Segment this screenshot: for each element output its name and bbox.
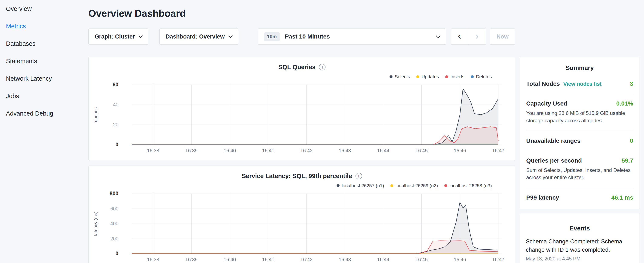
- svg-text:200: 200: [110, 236, 118, 241]
- svg-text:16:43: 16:43: [339, 148, 351, 153]
- svg-text:400: 400: [110, 221, 118, 226]
- summary-panel: Summary Total Nodes View nodes list 3 Ca…: [520, 57, 640, 209]
- svg-text:16:46: 16:46: [454, 257, 466, 262]
- svg-text:16:39: 16:39: [186, 257, 198, 262]
- legend-dot: [390, 75, 392, 78]
- view-nodes-list-link[interactable]: View nodes list: [563, 81, 602, 87]
- sql-queries-chart[interactable]: 16:3816:3916:4016:4116:4216:4316:4416:45…: [89, 83, 515, 157]
- svg-text:16:40: 16:40: [224, 148, 236, 153]
- svg-text:16:41: 16:41: [262, 148, 274, 153]
- legend-dot: [336, 184, 340, 187]
- svg-text:16:46: 16:46: [454, 148, 466, 153]
- legend-dot: [445, 75, 448, 78]
- graph-scope-dropdown[interactable]: Graph: Cluster: [88, 29, 148, 45]
- sidebar-item-databases[interactable]: Databases: [0, 35, 88, 52]
- events-panel: Events Schema Change Completed: Schema c…: [520, 213, 640, 263]
- legend-label: Deletes: [476, 74, 492, 80]
- events-title: Events: [526, 218, 634, 234]
- svg-text:16:42: 16:42: [300, 257, 313, 262]
- service-latency-chart[interactable]: 16:3816:3916:4016:4116:4216:4316:4416:45…: [89, 191, 515, 263]
- svg-text:latency (ms): latency (ms): [93, 211, 98, 236]
- now-button[interactable]: Now: [490, 29, 515, 45]
- svg-text:16:44: 16:44: [377, 257, 390, 262]
- svg-text:16:39: 16:39: [186, 148, 198, 153]
- event-item[interactable]: Schema Change Completed: Schema change w…: [526, 237, 634, 262]
- svg-text:16:38: 16:38: [147, 148, 159, 153]
- chart-title-service-latency: Service Latency: SQL, 99th percentile: [242, 173, 352, 180]
- chart-title-sql-queries: SQL Queries: [278, 64, 316, 71]
- sql-queries-legend: SelectsUpdatesInsertsDeletes: [89, 74, 515, 80]
- next-time-window-button[interactable]: ›: [468, 29, 486, 45]
- legend-item-updates[interactable]: Updates: [416, 74, 439, 80]
- legend-dot: [390, 184, 393, 187]
- legend-dot: [444, 184, 447, 187]
- svg-text:16:40: 16:40: [224, 257, 236, 262]
- legend-item-localhost-26258-n3-[interactable]: localhost:26258 (n3): [444, 183, 492, 188]
- right-column: Summary Total Nodes View nodes list 3 Ca…: [520, 57, 640, 263]
- legend-label: Inserts: [450, 74, 464, 80]
- sidebar-item-network-latency[interactable]: Network Latency: [0, 70, 88, 87]
- sidebar-item-jobs[interactable]: Jobs: [0, 87, 88, 105]
- main-content: Overview Dashboard Graph: Cluster Dashbo…: [88, 0, 644, 263]
- svg-text:16:43: 16:43: [339, 257, 351, 262]
- svg-text:16:41: 16:41: [262, 257, 274, 262]
- dashboard-label: Dashboard: Overview: [166, 34, 225, 40]
- legend-label: Updates: [422, 74, 439, 80]
- summary-row-total-nodes: Total Nodes View nodes list 3: [526, 74, 634, 94]
- summary-row-unavailable-ranges: Unavailable ranges 0: [526, 131, 634, 151]
- time-range-dropdown[interactable]: 10m Past 10 Minutes: [258, 29, 446, 45]
- svg-text:16:47: 16:47: [492, 257, 504, 262]
- svg-text:40: 40: [113, 102, 118, 107]
- queries-per-second-label: Queries per second: [526, 157, 582, 164]
- svg-text:16:38: 16:38: [147, 257, 159, 262]
- unavailable-ranges-label: Unavailable ranges: [526, 137, 580, 144]
- previous-time-window-button[interactable]: ‹: [451, 29, 468, 45]
- capacity-used-description: You are using 28.6 MiB of 515.9 GiB usab…: [526, 110, 633, 124]
- svg-text:16:47: 16:47: [492, 148, 504, 153]
- sidebar-item-advanced-debug[interactable]: Advanced Debug: [0, 105, 88, 122]
- legend-item-inserts[interactable]: Inserts: [445, 74, 464, 80]
- sidebar-item-statements[interactable]: Statements: [0, 52, 88, 70]
- graph-scope-label: Graph: Cluster: [94, 34, 135, 40]
- page-title: Overview Dashboard: [88, 8, 644, 19]
- legend-item-deletes[interactable]: Deletes: [471, 74, 492, 80]
- chevron-down-icon: [436, 34, 440, 38]
- unavailable-ranges-value: 0: [630, 137, 633, 144]
- svg-text:600: 600: [110, 206, 118, 211]
- capacity-used-label: Capacity Used: [526, 100, 567, 107]
- svg-text:16:44: 16:44: [377, 148, 390, 153]
- queries-per-second-value: 59.7: [622, 157, 633, 164]
- legend-label: localhost:26258 (n3): [450, 183, 492, 188]
- sidebar-item-overview[interactable]: Overview: [0, 0, 88, 18]
- legend-dot: [471, 75, 474, 78]
- svg-text:0: 0: [116, 141, 118, 147]
- dashboard-content: SQL Queries i SelectsUpdatesInsertsDelet…: [88, 57, 644, 263]
- service-latency-chart-panel: Service Latency: SQL, 99th percentile i …: [88, 166, 515, 263]
- legend-item-selects[interactable]: Selects: [390, 74, 410, 80]
- capacity-used-value: 0.01%: [616, 100, 633, 107]
- legend-dot: [416, 75, 419, 78]
- info-icon[interactable]: i: [356, 173, 362, 179]
- summary-row-p99-latency: P99 latency 46.1 ms: [526, 188, 634, 207]
- total-nodes-label: Total Nodes: [526, 80, 560, 87]
- legend-label: Selects: [394, 74, 410, 80]
- summary-title: Summary: [526, 57, 634, 74]
- svg-text:16:42: 16:42: [300, 148, 313, 153]
- svg-text:16:45: 16:45: [416, 148, 428, 153]
- svg-text:60: 60: [112, 83, 118, 87]
- sidebar-item-metrics[interactable]: Metrics: [0, 18, 88, 35]
- legend-item-localhost-26257-n1-[interactable]: localhost:26257 (n1): [336, 183, 384, 188]
- p99-latency-value: 46.1 ms: [611, 194, 633, 201]
- total-nodes-value: 3: [630, 80, 633, 87]
- event-text: Schema Change Completed: Schema change w…: [526, 237, 634, 254]
- info-icon[interactable]: i: [319, 64, 326, 70]
- queries-per-second-description: Sum of Selects, Updates, Inserts, and De…: [526, 167, 633, 181]
- svg-text:0: 0: [116, 250, 118, 256]
- time-range-badge: 10m: [264, 32, 280, 41]
- svg-text:queries: queries: [93, 107, 98, 122]
- time-range-label: Past 10 Minutes: [285, 33, 432, 40]
- svg-text:20: 20: [113, 122, 118, 127]
- time-window-nav: ‹ ›: [451, 29, 486, 45]
- legend-item-localhost-26259-n2-[interactable]: localhost:26259 (n2): [390, 183, 438, 188]
- dashboard-dropdown[interactable]: Dashboard: Overview: [160, 29, 238, 45]
